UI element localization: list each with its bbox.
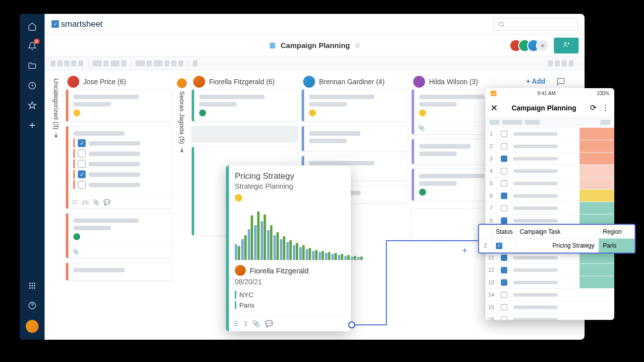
toolbar-button[interactable] (548, 60, 553, 66)
checkbox[interactable] (78, 181, 86, 189)
grid-row[interactable]: 5 (485, 177, 614, 190)
mobile-header: ✕ Campaign Planning ⟳ ⋮ (485, 98, 614, 118)
recents-icon[interactable] (27, 80, 38, 91)
grid-row[interactable]: 13 (485, 276, 614, 289)
lane-uncategorized[interactable]: Uncategorized (3) ⇥ (50, 74, 62, 336)
comments-panel-icon[interactable] (556, 77, 565, 86)
checkbox[interactable] (78, 150, 86, 157)
column-header[interactable]: Region (599, 225, 635, 238)
grid-row[interactable]: 7 (485, 202, 614, 214)
checkbox[interactable] (78, 160, 86, 168)
comment-icon: 💬 (265, 320, 273, 327)
toolbar-button[interactable] (78, 60, 83, 66)
grid-row[interactable]: 14 (485, 289, 614, 301)
lane-header[interactable]: Fiorella Fitzgerald (6) (191, 74, 298, 89)
card[interactable] (191, 89, 298, 122)
more-icon[interactable]: ⋮ (601, 103, 609, 112)
toolbar-button[interactable] (562, 60, 567, 66)
region-cell[interactable]: Paris (599, 239, 635, 253)
svg-rect-5 (32, 285, 33, 287)
card-chart (235, 206, 344, 260)
add-column-button[interactable]: + Add (521, 74, 550, 88)
favorite-star-icon[interactable]: ☆ (354, 41, 361, 50)
svg-rect-2 (32, 283, 33, 284)
mobile-preview: 📶9:41 AM100% ✕ Campaign Planning ⟳ ⋮ 123… (485, 88, 614, 320)
grid-row[interactable]: 1 (485, 128, 614, 140)
grid-row[interactable]: 16 (485, 313, 614, 320)
avatar (413, 76, 425, 88)
lane-header[interactable]: Jose Price (6) (65, 74, 172, 89)
svg-point-13 (565, 42, 567, 44)
toolbar-button[interactable] (104, 60, 108, 66)
card-detail-popup[interactable]: Pricing Strategy Strategic Planning Fior… (226, 165, 351, 331)
sheet-title[interactable]: Campaign Planning ☆ (268, 41, 360, 50)
grid-row[interactable]: 6 (485, 190, 614, 202)
folder-icon[interactable] (27, 60, 38, 71)
column-header[interactable]: Status (492, 225, 516, 238)
collaborator-avatars[interactable]: + (513, 39, 549, 52)
apps-icon[interactable] (27, 280, 38, 291)
lane-header[interactable]: Brennan Gardiner (4) (301, 74, 408, 89)
refresh-icon[interactable]: ⟳ (590, 103, 596, 112)
favorites-icon[interactable] (27, 100, 38, 111)
checklist-icon: ☑ (72, 199, 77, 206)
checkbox[interactable]: ✓ (78, 170, 86, 178)
avatar (235, 265, 246, 276)
toolbar-button[interactable] (154, 60, 162, 66)
grid-row[interactable]: 15 (485, 301, 614, 313)
toolbar-button[interactable] (569, 60, 574, 66)
grid-row[interactable]: 2 (485, 140, 614, 153)
toolbar-button[interactable] (171, 60, 176, 66)
card[interactable]: ✓ ✓ ☑2/5📎💬 (65, 126, 172, 209)
mobile-status-bar: 📶9:41 AM100% (485, 88, 614, 98)
grid-row[interactable]: 4 (485, 165, 614, 177)
avatar (67, 76, 79, 88)
close-icon[interactable]: ✕ (490, 103, 498, 113)
checkbox[interactable]: ✓ (496, 243, 502, 249)
grid-row[interactable]: 12 (485, 264, 614, 276)
toolbar-button[interactable] (110, 60, 119, 66)
column-header[interactable]: Campaign Task (516, 225, 599, 238)
brand-logo[interactable]: ✓smartsheet (52, 19, 103, 29)
share-button[interactable] (554, 38, 579, 53)
help-icon[interactable] (27, 300, 38, 311)
notifications-icon[interactable]: 3 (27, 41, 38, 52)
mobile-row-highlight: Status Campaign Task Region 2 ✓ Pricing … (478, 224, 636, 254)
user-avatar[interactable] (26, 320, 39, 333)
svg-rect-3 (34, 283, 35, 284)
add-icon[interactable] (27, 120, 38, 131)
toolbar-button[interactable] (555, 60, 560, 66)
toolbar-button[interactable] (121, 60, 126, 66)
card[interactable] (301, 89, 408, 122)
toolbar-button[interactable] (193, 60, 198, 66)
card[interactable] (301, 126, 408, 152)
expand-icon[interactable]: ⇥ (53, 132, 60, 138)
toolbar-button[interactable] (136, 60, 145, 66)
status-cell[interactable]: ✓ (492, 239, 516, 253)
toolbar-button[interactable] (51, 60, 55, 66)
toolbar-button[interactable] (93, 60, 102, 66)
toolbar-button[interactable] (164, 60, 169, 66)
card-tag: NYC (235, 291, 344, 299)
card[interactable] (65, 262, 172, 281)
task-cell[interactable]: Pricing Strategy (516, 239, 599, 253)
avatar (193, 76, 205, 88)
toolbar-button[interactable] (147, 60, 152, 66)
search-input[interactable] (493, 18, 578, 31)
grid-row[interactable]: 3 (485, 153, 614, 165)
home-icon[interactable] (27, 21, 38, 32)
avatar-more[interactable]: + (536, 39, 549, 52)
checkbox[interactable]: ✓ (78, 139, 86, 147)
toolbar-button[interactable] (57, 60, 62, 66)
card[interactable]: 📎 (65, 213, 172, 259)
expand-icon[interactable]: ⇥ (178, 147, 186, 153)
toolbar-button[interactable] (178, 60, 183, 66)
brand-text: smartsheet (61, 19, 103, 29)
toolbar-button[interactable] (71, 60, 76, 66)
lane-seoras[interactable]: Seòras Jagoda (5) ⇥ (175, 74, 188, 336)
card-footer: ☰3 📎 💬 (226, 315, 351, 331)
toolbar-button[interactable] (64, 60, 69, 66)
comment-icon: 💬 (104, 199, 110, 206)
card[interactable] (65, 89, 172, 122)
lane-header[interactable]: Hilda Wilson (3) (411, 74, 518, 89)
